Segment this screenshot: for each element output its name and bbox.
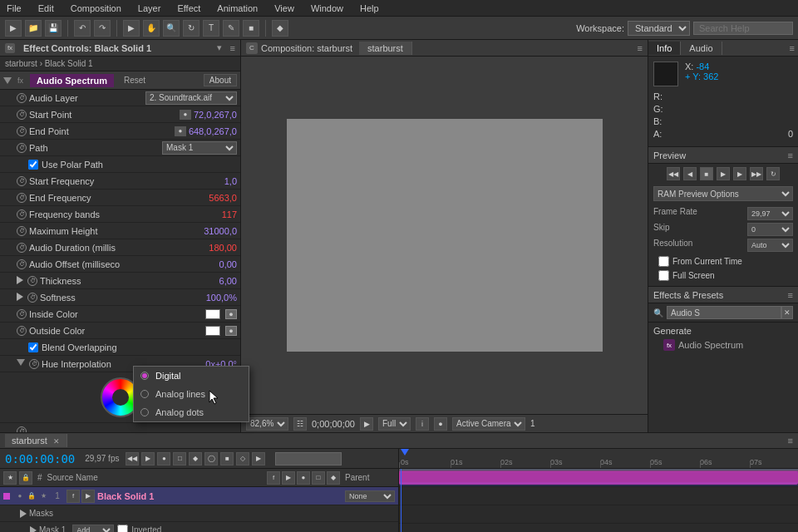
comp-tab[interactable]: starburst [359,42,412,55]
info-menu[interactable]: ≡ [790,43,798,53]
hue-interp-expand[interactable] [17,359,25,366]
max-height-value[interactable]: 31000,0 [204,226,237,236]
freq-bands-value[interactable]: 117 [222,209,237,219]
stopwatch-audio-layer[interactable]: ⏱ [17,93,27,103]
layer-parent-select[interactable]: None [345,490,395,502]
stopwatch-hue-interp[interactable]: ⏱ [29,359,39,369]
resolution-preview-select[interactable]: Auto [747,239,793,252]
col-icon-4[interactable]: □ [312,471,325,485]
stopwatch-outside-color[interactable]: ⏱ [17,326,27,336]
stopwatch-start-freq[interactable]: ⏱ [17,176,27,186]
softness-expand[interactable] [17,293,23,301]
stopwatch-max-height[interactable]: ⏱ [17,226,27,236]
audio-layer-select[interactable]: 2. Soundtrack.aif [145,91,237,105]
timeline-tracks[interactable] [399,469,798,532]
stopwatch-hue[interactable]: ⏱ [17,426,27,433]
zoom-tool[interactable]: 🔍 [163,20,180,37]
mask1-expand-icon[interactable] [30,526,37,533]
audio-offset-value[interactable]: 0,00 [219,259,237,269]
next-frame-btn[interactable]: ▶ [733,167,746,180]
timeline-tool-2[interactable]: ▶ [141,452,155,466]
hand-tool[interactable]: ✋ [143,20,160,37]
ram-preview-select[interactable]: RAM Preview Options [653,186,793,201]
layer-row-1[interactable]: ● 🔒 ★ 1 f ▶ Black Solid 1 None [0,487,398,505]
dropdown-item-digital[interactable]: Digital [134,367,249,385]
stopwatch-end-point[interactable]: ⏱ [17,126,27,136]
layer-lock-icon[interactable]: 🔒 [27,491,37,501]
start-point-icon[interactable]: ● [180,110,191,120]
full-screen-checkbox[interactable] [658,270,669,281]
open-btn[interactable]: 📁 [25,20,42,37]
zoom-select[interactable]: 82,6% [246,417,288,431]
pen-tool[interactable]: ✎ [223,20,239,37]
lock-btn[interactable]: 🔒 [19,471,32,485]
comp-canvas[interactable] [241,57,648,414]
stopwatch-audio-offset[interactable]: ⏱ [17,259,27,269]
timeline-tool-7[interactable]: ■ [220,452,234,466]
track-bar-mask1[interactable] [399,470,798,482]
prev-frame-btn[interactable]: ◀ [683,167,697,180]
stopwatch-audio-dur[interactable]: ⏱ [17,243,27,253]
softness-value[interactable]: 100,0% [206,293,237,303]
new-btn[interactable]: ▶ [5,20,22,37]
dropdown-item-analog-lines[interactable]: Analog lines [134,385,249,403]
tab-info[interactable]: Info [648,42,681,55]
grid-btn[interactable]: ☷ [293,417,307,431]
timeline-tab[interactable]: starburst ✕ [5,434,67,447]
end-point-value[interactable]: 648,0,267,0 [189,126,237,136]
loop-btn[interactable]: ↻ [766,167,780,180]
timecode-display[interactable]: 0:00:00:00 [5,452,75,466]
timeline-tool-1[interactable]: ◀◀ [126,452,139,466]
goto-end-btn[interactable]: ▶▶ [750,167,763,180]
solo-btn[interactable]: ★ [3,471,17,485]
inverted-checkbox[interactable] [117,525,128,532]
col-icon-1[interactable]: f [267,471,280,485]
undo-btn[interactable]: ↶ [74,20,91,37]
layer-eye-icon[interactable]: ● [15,491,25,501]
timeline-search[interactable] [275,452,342,466]
about-button[interactable]: About [204,74,237,86]
outside-color-swatch[interactable] [205,326,220,336]
thickness-expand[interactable] [17,276,23,284]
layer-solo-icon[interactable]: ★ [38,491,48,501]
timeline-tool-6[interactable]: ◯ [204,452,218,466]
workspace-select[interactable]: Standard [628,21,690,36]
masks-expand-icon[interactable] [20,510,27,518]
polar-path-checkbox[interactable] [28,160,38,170]
timeline-tab-close[interactable]: ✕ [53,437,60,446]
effects-search-input[interactable] [667,306,781,319]
from-current-checkbox[interactable] [658,256,669,267]
path-select[interactable]: Mask 1 [162,141,237,155]
panel-menu-icon[interactable]: ≡ [230,43,235,53]
panel-close-icon[interactable]: ▾ [217,42,222,53]
audio-dur-value[interactable]: 180,00 [209,243,237,253]
timeline-menu[interactable]: ≡ [788,436,793,446]
sub-layer-masks[interactable]: Masks [0,505,398,522]
stopwatch-thickness[interactable]: ⏱ [27,276,37,286]
render-btn[interactable]: ● [434,417,447,431]
stopwatch-end-freq[interactable]: ⏱ [17,193,27,203]
col-icon-2[interactable]: ▶ [282,471,295,485]
stopwatch-path[interactable]: ⏱ [17,143,27,153]
menu-layer[interactable]: Layer [135,2,165,15]
tab-audio[interactable]: Audio [681,42,722,55]
stopwatch-freq-bands[interactable]: ⏱ [17,209,27,219]
collapse-icon[interactable] [3,77,12,84]
stopwatch-start-point[interactable]: ⏱ [17,110,27,120]
save-btn[interactable]: 💾 [45,20,62,37]
timeline-tool-9[interactable]: ▶ [252,452,265,466]
text-tool[interactable]: T [203,20,219,37]
stopwatch-softness[interactable]: ⏱ [27,293,37,303]
preview-menu[interactable]: ≡ [788,150,793,160]
effects-menu[interactable]: ≡ [788,290,793,300]
layer-fx-btn[interactable]: f [66,490,80,503]
sub-layer-mask1[interactable]: Mask 1 Add Inverted [0,522,398,532]
inside-color-swatch[interactable] [205,309,220,319]
timeline-tool-4[interactable]: □ [173,452,186,466]
blend-overlapping-checkbox[interactable] [28,342,38,352]
mask-mode-select[interactable]: Add [72,525,114,533]
redo-btn[interactable]: ↷ [94,20,111,37]
thickness-value[interactable]: 6,00 [219,276,237,286]
menu-view[interactable]: View [271,2,298,15]
start-freq-value[interactable]: 1,0 [224,176,237,186]
